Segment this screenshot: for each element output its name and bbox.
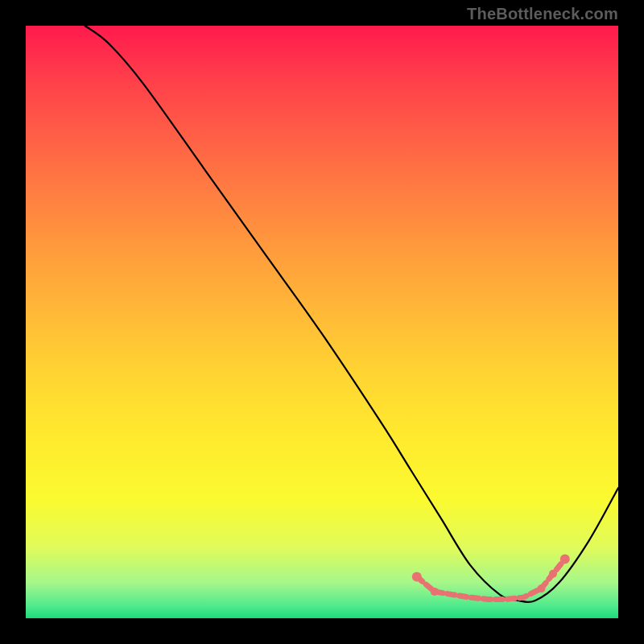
bottleneck-curve	[85, 26, 618, 602]
marker-segment	[417, 559, 565, 599]
marker-dot	[560, 554, 570, 564]
curve-svg	[26, 26, 618, 618]
marker-dot	[412, 572, 422, 582]
marker-dot	[431, 588, 439, 596]
attribution-text: TheBottleneck.com	[467, 5, 618, 23]
plot-area	[26, 26, 618, 618]
marker-dot	[549, 570, 557, 578]
highlighted-range	[412, 554, 570, 599]
chart-container: TheBottleneck.com	[0, 0, 644, 644]
marker-dot	[537, 584, 545, 592]
